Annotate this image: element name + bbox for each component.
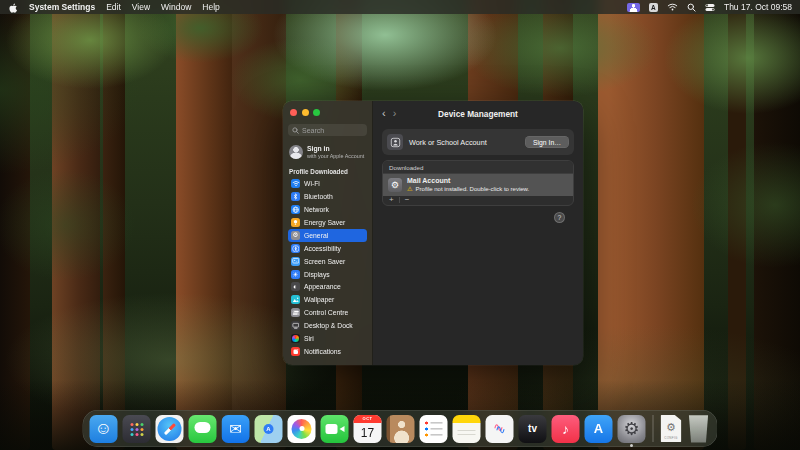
content-header: ‹ › Device Management — [373, 101, 583, 126]
dock-app-store-icon[interactable]: A — [585, 415, 613, 443]
sidebar-nav: Wi-Fi Bluetooth Network — [288, 178, 367, 358]
dock: ☺ ✉ OCT 17 tv ♪ A ⚙ ⚙ CONFIG — [83, 410, 718, 447]
menu-app-name[interactable]: System Settings — [29, 0, 95, 14]
sidebar-item-label: Desktop & Dock — [304, 322, 353, 329]
work-account-label: Work or School Account — [409, 138, 487, 147]
spotlight-icon[interactable] — [687, 3, 696, 12]
profile-name: Mail Account — [407, 177, 529, 186]
sidebar-item-notifications[interactable]: Notifications — [288, 345, 367, 357]
sidebar-item-network[interactable]: Network — [288, 203, 367, 215]
menu-window[interactable]: Window — [161, 0, 191, 14]
lightbulb-icon — [291, 218, 300, 227]
dock-reminders-icon[interactable] — [420, 415, 448, 443]
page-title: Device Management — [373, 109, 583, 119]
sidebar-item-label: Energy Saver — [304, 219, 345, 226]
dock-freeform-icon[interactable] — [486, 415, 514, 443]
dock-maps-icon[interactable] — [255, 415, 283, 443]
profile-status-text: Profile not installed. Double-click to r… — [416, 186, 530, 193]
sidebar-item-label: Wi-Fi — [304, 180, 320, 187]
sidebar-item-screen-saver[interactable]: Screen Saver — [288, 255, 367, 267]
menu-help[interactable]: Help — [202, 0, 219, 14]
dock-contacts-icon[interactable] — [387, 415, 415, 443]
sign-in-title: Sign in — [307, 145, 364, 153]
dock-safari-icon[interactable] — [156, 415, 184, 443]
search-icon — [292, 127, 299, 134]
minimize-button[interactable] — [302, 109, 309, 116]
dock-photos-icon[interactable] — [288, 415, 316, 443]
brightness-sun-icon: ☀ — [291, 270, 300, 279]
sidebar-item-label: Displays — [304, 271, 330, 278]
sidebar-item-label: Siri — [304, 335, 314, 342]
work-account-badge-icon — [387, 134, 403, 150]
dock-calendar-icon[interactable]: OCT 17 — [354, 415, 382, 443]
control-centre-icon[interactable] — [705, 3, 715, 12]
mountains-icon — [291, 295, 300, 304]
toggles-icon — [291, 308, 300, 317]
menu-bar-clock[interactable]: Thu 17. Oct 09:58 — [724, 2, 792, 12]
mail-account-profile-row[interactable]: ⚙ Mail Account ⚠ Profile not installed. … — [383, 174, 573, 196]
sidebar-item-desktop-dock[interactable]: Desktop & Dock — [288, 319, 367, 331]
sidebar-item-label: Appearance — [304, 283, 341, 290]
sidebar-item-label: Notifications — [304, 348, 341, 355]
zoom-button[interactable] — [313, 109, 320, 116]
menu-bar-status: A Thu 17. Oct 09:58 — [627, 2, 792, 12]
sidebar-item-control-centre[interactable]: Control Centre — [288, 307, 367, 319]
notifications-icon — [291, 347, 300, 356]
sidebar-item-label: Wallpaper — [304, 296, 334, 303]
dock-trash-icon[interactable] — [687, 415, 711, 443]
siri-icon — [291, 334, 300, 343]
sidebar-item-label: Control Centre — [304, 309, 348, 316]
dock-mail-icon[interactable]: ✉ — [222, 415, 250, 443]
screen-sharing-indicator-icon[interactable] — [627, 3, 640, 12]
profile-downloaded-notice[interactable]: Profile Downloaded — [289, 168, 366, 175]
remove-profile-button[interactable]: − — [405, 196, 410, 204]
avatar-icon — [289, 145, 303, 159]
menu-bar: System Settings Edit View Window Help A — [0, 0, 800, 14]
dock-music-icon[interactable]: ♪ — [552, 415, 580, 443]
back-chevron-icon[interactable]: ‹ — [382, 108, 386, 119]
dock-system-settings-icon[interactable]: ⚙ — [618, 415, 646, 443]
dock-config-profile-file-icon[interactable]: ⚙ CONFIG — [661, 415, 682, 442]
forward-chevron-icon[interactable]: › — [393, 108, 397, 119]
sidebar-item-wallpaper[interactable]: Wallpaper — [288, 294, 367, 306]
wifi-status-icon[interactable] — [667, 3, 678, 11]
input-source-icon[interactable]: A — [649, 3, 658, 12]
menu-edit[interactable]: Edit — [106, 0, 121, 14]
sidebar-item-label: Screen Saver — [304, 258, 345, 265]
apple-menu-icon[interactable] — [8, 2, 18, 13]
sidebar-sign-in[interactable]: Sign in with your Apple Account — [288, 145, 367, 160]
sidebar-item-appearance[interactable]: ◐ Appearance — [288, 281, 367, 293]
globe-icon — [291, 205, 300, 214]
screen-saver-icon — [291, 257, 300, 266]
sidebar-item-accessibility[interactable]: Accessibility — [288, 242, 367, 254]
close-button[interactable] — [290, 109, 297, 116]
dock-notes-icon[interactable] — [453, 415, 481, 443]
menu-view[interactable]: View — [132, 0, 150, 14]
appearance-icon: ◐ — [291, 282, 300, 291]
window-controls — [288, 107, 367, 116]
dock-facetime-icon[interactable] — [321, 415, 349, 443]
sidebar-item-displays[interactable]: ☀ Displays — [288, 268, 367, 280]
gear-icon: ⚙ — [291, 231, 300, 240]
search-input[interactable]: Search — [288, 124, 367, 136]
profile-gear-icon: ⚙ — [388, 178, 402, 192]
sidebar-item-wifi[interactable]: Wi-Fi — [288, 178, 367, 190]
desktop-dock-icon — [291, 321, 300, 330]
system-settings-window: Search Sign in with your Apple Account P… — [283, 101, 583, 365]
sidebar-item-siri[interactable]: Siri — [288, 332, 367, 344]
sidebar-item-bluetooth[interactable]: Bluetooth — [288, 191, 367, 203]
add-profile-button[interactable]: + — [389, 196, 394, 204]
downloaded-section-header: Downloaded — [383, 161, 573, 174]
dock-messages-icon[interactable] — [189, 415, 217, 443]
downloaded-profiles-group: Downloaded ⚙ Mail Account ⚠ Profile not … — [382, 160, 574, 206]
dock-launchpad-icon[interactable] — [123, 415, 151, 443]
dock-finder-icon[interactable]: ☺ — [90, 415, 118, 443]
sidebar-item-general[interactable]: ⚙ General — [288, 229, 367, 241]
sidebar-item-energy-saver[interactable]: Energy Saver — [288, 216, 367, 228]
bluetooth-icon — [291, 192, 300, 201]
dock-tv-icon[interactable]: tv — [519, 415, 547, 443]
help-button[interactable]: ? — [554, 212, 565, 223]
sidebar-item-label: General — [304, 232, 328, 239]
dock-separator — [653, 415, 654, 442]
sign-in-button[interactable]: Sign In… — [525, 136, 569, 148]
